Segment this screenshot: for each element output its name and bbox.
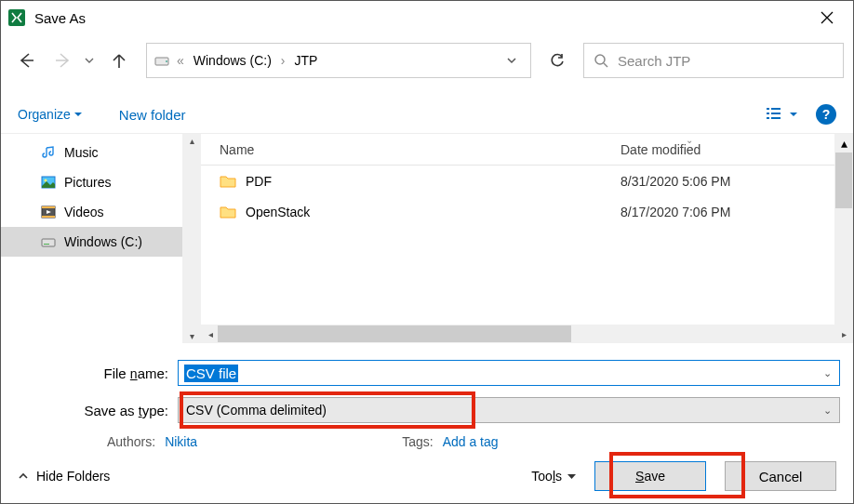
folder-icon — [220, 174, 236, 189]
cancel-button[interactable]: Cancel — [725, 461, 836, 491]
sort-indicator-icon: ⌄ — [686, 135, 693, 145]
music-icon — [40, 144, 57, 161]
sidebar-scrollbar[interactable]: ▴ ▾ — [182, 134, 201, 343]
svg-point-2 — [595, 55, 605, 64]
scroll-right-icon[interactable]: ▸ — [836, 329, 851, 339]
breadcrumb-segment[interactable]: Windows (C:) — [190, 53, 275, 68]
file-name: OpenStack — [246, 205, 310, 219]
folder-tree: Music Pictures Videos Windows (C:) — [1, 134, 182, 343]
sidebar-item-music[interactable]: Music — [1, 138, 182, 167]
chevron-down-icon[interactable]: ⌄ — [823, 405, 832, 417]
up-button[interactable] — [103, 45, 135, 76]
authors-label: Authors: — [107, 434, 155, 449]
authors-value[interactable]: Nikita — [165, 434, 197, 449]
address-dropdown[interactable] — [499, 55, 525, 66]
navbar: « Windows (C:) › JTP — [1, 34, 853, 86]
scroll-up-icon[interactable]: ▴ — [841, 136, 847, 151]
file-list: Name ⌄ Date modified PDF 8/31/2020 5:06 … — [201, 134, 853, 343]
scroll-down-icon[interactable]: ▾ — [190, 331, 194, 341]
chevron-down-icon[interactable]: ⌄ — [823, 367, 832, 379]
window-title: Save As — [34, 10, 808, 26]
sidebar-item-label: Windows (C:) — [64, 234, 142, 249]
svg-rect-6 — [771, 113, 781, 114]
filelist-hscrollbar[interactable]: ◂ ▸ — [201, 325, 853, 343]
refresh-button[interactable] — [537, 43, 578, 78]
svg-rect-4 — [771, 108, 781, 110]
videos-icon — [40, 204, 57, 220]
save-as-dialog: Save As « Windows (C:) › JTP — [0, 0, 854, 504]
file-date: 8/17/2020 7:06 PM — [620, 205, 834, 219]
file-name: PDF — [246, 174, 272, 189]
help-button[interactable]: ? — [816, 104, 836, 125]
footer: Hide Folders Tools Save Cancel — [1, 449, 853, 503]
savetype-label: Save as type: — [14, 403, 178, 418]
excel-icon — [8, 9, 25, 26]
sidebar: Music Pictures Videos Windows (C:) ▴ — [1, 134, 201, 343]
save-form: File name: CSV file ⌄ Save as type: CSV … — [1, 343, 853, 449]
history-dropdown[interactable] — [85, 56, 98, 65]
filelist-vscrollbar[interactable]: ▴ — [834, 134, 853, 325]
sidebar-item-label: Videos — [64, 205, 104, 219]
filename-label: File name: — [14, 365, 178, 381]
svg-rect-13 — [42, 216, 55, 218]
folder-icon — [220, 205, 236, 219]
chevron-right-icon: › — [279, 53, 287, 68]
close-button[interactable] — [808, 1, 846, 34]
tools-menu[interactable]: Tools — [531, 469, 576, 484]
column-name[interactable]: Name — [201, 142, 620, 157]
svg-rect-12 — [42, 206, 55, 208]
svg-point-1 — [166, 60, 167, 62]
filename-input[interactable]: CSV file ⌄ — [178, 360, 840, 386]
view-button[interactable] — [766, 106, 797, 123]
forward-button[interactable] — [47, 45, 79, 76]
main-area: Music Pictures Videos Windows (C:) ▴ — [1, 133, 853, 343]
scroll-left-icon[interactable]: ◂ — [203, 329, 218, 339]
column-date[interactable]: ⌄ Date modified — [620, 142, 834, 157]
back-button[interactable] — [10, 45, 42, 76]
drive-icon — [40, 233, 57, 250]
filename-value: CSV file — [184, 365, 238, 382]
breadcrumb-overflow[interactable]: « — [175, 53, 186, 68]
svg-rect-7 — [767, 117, 769, 119]
toolbar: Organize New folder ? — [1, 96, 853, 133]
file-row[interactable]: PDF 8/31/2020 5:06 PM — [201, 166, 834, 196]
organize-menu[interactable]: Organize — [18, 107, 82, 123]
search-box[interactable] — [583, 43, 844, 78]
svg-rect-14 — [42, 239, 55, 246]
tags-value[interactable]: Add a tag — [443, 434, 499, 449]
sidebar-item-label: Pictures — [64, 175, 112, 190]
save-button[interactable]: Save — [594, 461, 706, 491]
search-input[interactable] — [618, 53, 834, 69]
svg-rect-5 — [767, 113, 769, 114]
tags-label: Tags: — [402, 434, 433, 449]
svg-rect-8 — [771, 117, 781, 119]
file-row[interactable]: OpenStack 8/17/2020 7:06 PM — [201, 196, 834, 227]
address-bar[interactable]: « Windows (C:) › JTP — [146, 43, 531, 78]
pictures-icon — [40, 174, 57, 191]
svg-rect-3 — [767, 108, 769, 110]
search-icon — [594, 53, 608, 68]
new-folder-button[interactable]: New folder — [119, 107, 186, 123]
sidebar-item-drive-c[interactable]: Windows (C:) — [1, 227, 182, 257]
svg-rect-15 — [44, 244, 49, 245]
sidebar-item-pictures[interactable]: Pictures — [1, 167, 182, 197]
sidebar-item-videos[interactable]: Videos — [1, 197, 182, 227]
hide-folders-button[interactable]: Hide Folders — [18, 469, 110, 484]
drive-icon — [153, 51, 171, 70]
scroll-up-icon[interactable]: ▴ — [190, 136, 194, 146]
file-list-header: Name ⌄ Date modified — [201, 134, 834, 166]
titlebar: Save As — [1, 1, 853, 34]
breadcrumb-segment[interactable]: JTP — [290, 53, 321, 68]
savetype-select[interactable]: CSV (Comma delimited) ⌄ — [178, 397, 840, 423]
savetype-value: CSV (Comma delimited) — [186, 403, 327, 418]
sidebar-item-label: Music — [64, 145, 99, 160]
file-date: 8/31/2020 5:06 PM — [620, 174, 834, 189]
